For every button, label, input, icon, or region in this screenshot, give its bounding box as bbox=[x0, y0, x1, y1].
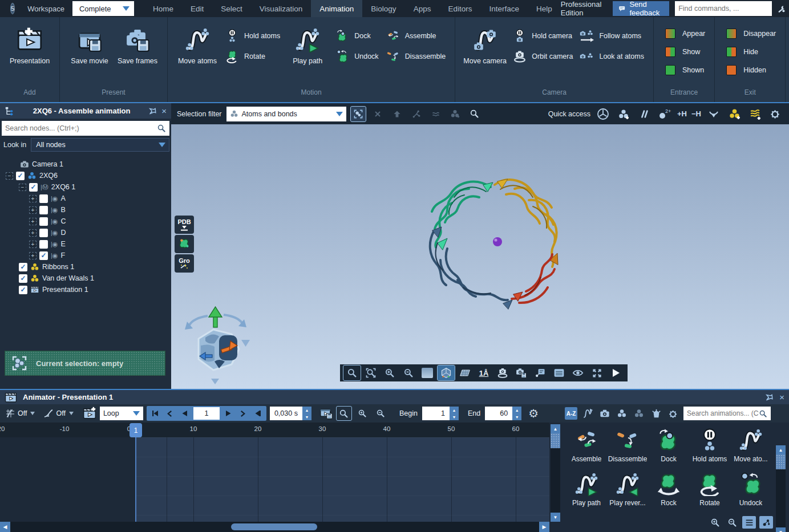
label-button[interactable] bbox=[532, 366, 549, 380]
build-molecule-button[interactable] bbox=[175, 235, 194, 253]
library-item-hold-atoms[interactable]: Hold atoms bbox=[689, 427, 730, 471]
close-icon[interactable]: × bbox=[779, 392, 784, 402]
filter-camera-icon[interactable] bbox=[598, 407, 612, 420]
flat-view-button[interactable] bbox=[419, 366, 436, 380]
find-commands-box[interactable] bbox=[675, 1, 772, 16]
add-ribbons-icon[interactable] bbox=[726, 107, 742, 121]
hide-button[interactable]: Hide bbox=[724, 44, 776, 59]
filter-motion-icon[interactable] bbox=[581, 407, 594, 420]
search-nodes-input[interactable] bbox=[5, 124, 157, 132]
begin-frame-spinner[interactable]: 1 ▲▼ bbox=[422, 407, 459, 420]
zoom-out-button[interactable] bbox=[400, 366, 417, 380]
scroll-down-button[interactable]: ▼ bbox=[551, 513, 560, 522]
expand-toggle[interactable]: + bbox=[29, 252, 37, 259]
tree-item-chain-f[interactable]: + ✓ |◉ F bbox=[6, 250, 171, 261]
library-zoom-out[interactable] bbox=[725, 516, 739, 529]
collapse-toggle[interactable]: − bbox=[6, 172, 13, 180]
animator-settings-gear-icon[interactable]: ⚙ bbox=[528, 407, 539, 420]
tab-home[interactable]: Home bbox=[144, 0, 182, 17]
minimize-energy-icon[interactable] bbox=[706, 107, 722, 121]
library-zoom-in[interactable] bbox=[708, 516, 722, 529]
library-item-rotate[interactable]: Rotate bbox=[689, 471, 730, 515]
scroll-down-button[interactable]: ▼ bbox=[776, 527, 786, 532]
ground-plane-button[interactable] bbox=[456, 366, 474, 380]
tree-checkbox[interactable] bbox=[39, 229, 48, 237]
tree-item-vdw[interactable]: ✓ Van der Waals 1 bbox=[6, 273, 171, 284]
playhead-marker[interactable]: 1 bbox=[130, 423, 142, 437]
tab-help[interactable]: Help bbox=[528, 0, 561, 17]
tree-item-chain-c[interactable]: + |◉ C bbox=[6, 216, 171, 227]
library-item-disassemble[interactable]: Disassemble bbox=[607, 427, 648, 471]
periodic-table-icon[interactable] bbox=[595, 107, 611, 121]
spin-down-icon[interactable]: ▼ bbox=[450, 413, 459, 420]
select-group-button[interactable] bbox=[448, 107, 463, 121]
tree-item-ribbons[interactable]: ✓ Ribbons 1 bbox=[6, 261, 171, 273]
3d-view[interactable]: PDB Gro bbox=[171, 124, 789, 389]
timeline-tracks[interactable] bbox=[0, 437, 549, 522]
tab-edit[interactable]: Edit bbox=[182, 0, 212, 17]
pin-icon[interactable] bbox=[765, 393, 774, 401]
show-button[interactable]: Show bbox=[663, 44, 705, 59]
tree-checkbox[interactable]: ✓ bbox=[29, 183, 38, 192]
tree-checkbox[interactable] bbox=[39, 217, 48, 226]
selection-filter-select[interactable]: Atoms and bonds bbox=[226, 107, 346, 121]
add-animation-button[interactable] bbox=[83, 407, 96, 420]
orientation-cube-button[interactable] bbox=[438, 366, 455, 380]
tree-checkbox[interactable] bbox=[39, 240, 48, 249]
expand-toggle[interactable]: + bbox=[29, 195, 37, 202]
zoom-in-button[interactable] bbox=[381, 366, 398, 380]
look-at-atoms-button[interactable]: Look at atoms bbox=[580, 49, 644, 64]
tools-icon[interactable] bbox=[778, 3, 785, 14]
fullscreen-button[interactable] bbox=[588, 366, 605, 380]
go-to-end-button[interactable] bbox=[250, 407, 265, 420]
appear-button[interactable]: Appear bbox=[663, 26, 705, 41]
select-connected-button[interactable] bbox=[409, 107, 424, 121]
tab-biology[interactable]: Biology bbox=[362, 0, 404, 17]
add-surface-icon[interactable] bbox=[747, 107, 763, 121]
shown-button[interactable]: Shown bbox=[663, 63, 705, 78]
tree-checkbox[interactable]: ✓ bbox=[19, 274, 27, 283]
navigation-gizmo[interactable] bbox=[181, 306, 250, 385]
timeline-zoom-in[interactable] bbox=[355, 407, 370, 420]
tree-item-2xq6-1[interactable]: − ✓ |Ⓜ 2XQ6 1 bbox=[6, 181, 171, 193]
zoom-to-selection-button[interactable] bbox=[467, 107, 482, 121]
select-all-button[interactable] bbox=[351, 107, 366, 121]
send-feedback-button[interactable]: Send feedback bbox=[613, 1, 669, 16]
zoom-tool-button[interactable] bbox=[343, 366, 361, 380]
tab-interface[interactable]: Interface bbox=[480, 0, 528, 17]
current-frame-field[interactable]: 1 bbox=[193, 407, 220, 420]
scroll-right-button[interactable]: ▶ bbox=[539, 522, 549, 532]
spin-down-icon[interactable]: ▼ bbox=[512, 413, 521, 420]
vscroll-thumb[interactable] bbox=[551, 433, 560, 448]
pdb-download-button[interactable]: PDB bbox=[175, 216, 194, 234]
library-item-play-reverse[interactable]: Play rever... bbox=[607, 471, 648, 515]
tree-checkbox[interactable] bbox=[39, 194, 48, 203]
play-forward-button[interactable] bbox=[221, 407, 236, 420]
tab-visualization[interactable]: Visualization bbox=[251, 0, 311, 17]
go-to-start-button[interactable] bbox=[148, 407, 163, 420]
zoom-region-button[interactable] bbox=[362, 366, 379, 380]
scale-1A-button[interactable]: 1Å bbox=[475, 366, 492, 380]
timeline-hscrollbar[interactable]: ◀ ▶ bbox=[0, 522, 549, 532]
tree-checkbox[interactable]: ✓ bbox=[19, 263, 27, 271]
pin-icon[interactable] bbox=[148, 107, 157, 115]
assemble-button[interactable]: Assemble bbox=[386, 29, 446, 43]
tree-item-camera[interactable]: Camera 1 bbox=[6, 159, 171, 170]
search-animations-input[interactable] bbox=[687, 409, 759, 417]
expand-toggle[interactable]: + bbox=[29, 229, 37, 237]
filter-settings-icon[interactable] bbox=[666, 407, 680, 420]
find-commands-input[interactable] bbox=[678, 5, 770, 13]
tree-item-2xq6[interactable]: − ✓ 2XQ6 bbox=[6, 170, 171, 181]
library-item-play-path[interactable]: Play path bbox=[566, 471, 607, 515]
scroll-up-button[interactable]: ▲ bbox=[776, 445, 786, 454]
library-vscrollbar[interactable]: ▲ ▼ bbox=[776, 445, 786, 532]
play-button[interactable] bbox=[607, 366, 624, 380]
close-icon[interactable]: × bbox=[161, 106, 167, 116]
dock-button[interactable]: Dock bbox=[335, 29, 378, 43]
collapse-toggle[interactable]: − bbox=[19, 184, 26, 191]
rotate-button[interactable]: Rotate bbox=[225, 49, 280, 64]
loop-mode-select[interactable]: Loop bbox=[100, 407, 143, 420]
visibility-button[interactable] bbox=[569, 366, 586, 380]
orbit-camera-button[interactable]: Orbit camera bbox=[512, 49, 573, 64]
export-movie-button[interactable] bbox=[319, 407, 333, 420]
